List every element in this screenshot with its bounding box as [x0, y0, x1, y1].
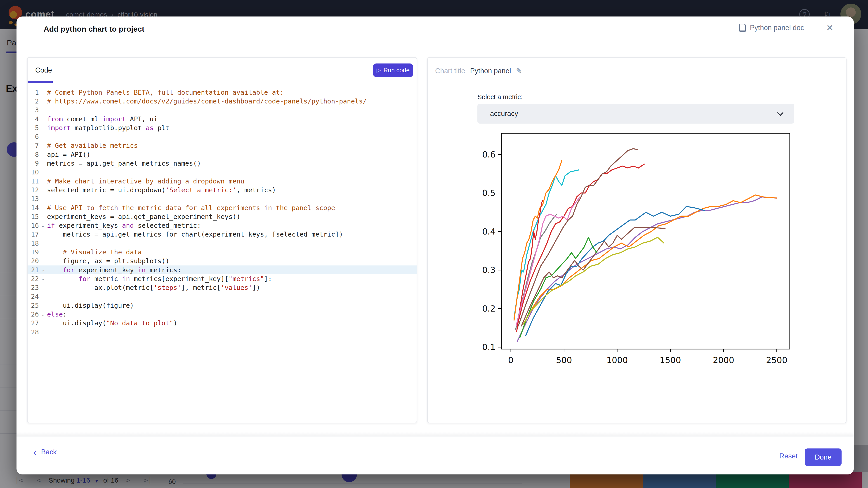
line-number: 28: [28, 328, 39, 336]
line-number: 25: [28, 302, 39, 309]
code-line[interactable]: 8api = API(): [28, 150, 416, 159]
code-line[interactable]: 7# Get available metrics: [28, 141, 416, 150]
code-line[interactable]: 16⌄if experiment_keys and selected_metri…: [28, 221, 416, 230]
code-line[interactable]: 22⌄ for metric in metrics[experiment_key…: [28, 274, 416, 283]
back-label: Back: [41, 448, 57, 456]
code-line[interactable]: 23 ax.plot(metric['steps'], metric['valu…: [28, 283, 416, 292]
code-line[interactable]: 27 ui.display("No data to plot"): [28, 319, 416, 328]
back-button[interactable]: ‹ Back: [33, 448, 57, 456]
svg-text:500: 500: [556, 355, 572, 365]
fold-chevron-icon[interactable]: ⌄: [39, 267, 47, 273]
code-line[interactable]: 4from comet_ml import API, ui: [28, 115, 416, 123]
metric-line-chart: 0.10.20.30.40.50.605001000150020002500: [482, 129, 803, 366]
code-line[interactable]: 10: [28, 168, 416, 177]
code-line[interactable]: 20 figure, ax = plt.subplots(): [28, 257, 416, 265]
svg-text:1000: 1000: [607, 355, 628, 365]
doc-link-label: Python panel doc: [750, 24, 804, 32]
chevron-left-icon: ‹: [33, 449, 37, 456]
line-number: 8: [28, 151, 39, 158]
code-line[interactable]: 1# Comet Python Panels BETA, full docume…: [28, 88, 416, 97]
chart-preview-panel: Chart title Python panel ✎ Select a metr…: [427, 57, 846, 423]
run-code-label: Run code: [383, 67, 410, 74]
done-button[interactable]: Done: [805, 449, 842, 466]
line-number: 20: [28, 257, 39, 265]
svg-text:0: 0: [508, 355, 514, 365]
close-icon[interactable]: ✕: [826, 23, 833, 33]
fold-chevron-icon[interactable]: ⌄: [39, 312, 47, 317]
svg-text:0.2: 0.2: [482, 304, 495, 314]
code-line[interactable]: 5import matplotlib.pyplot as plt: [28, 123, 416, 132]
code-line[interactable]: 19 # Visualize the data: [28, 248, 416, 256]
line-number: 23: [28, 284, 39, 291]
line-number: 27: [28, 319, 39, 327]
code-editor[interactable]: 1# Comet Python Panels BETA, full docume…: [28, 84, 416, 336]
chart-title-row: Chart title Python panel ✎: [435, 67, 522, 75]
line-number: 3: [28, 106, 39, 114]
metric-dropdown-value: accuracy: [490, 109, 518, 118]
fold-chevron-icon[interactable]: ⌄: [39, 223, 47, 228]
code-panel-header: Code ▷ Run code: [28, 58, 416, 84]
play-icon: ▷: [377, 67, 381, 73]
line-number: 1: [28, 89, 39, 96]
svg-text:0.1: 0.1: [482, 342, 495, 352]
code-line[interactable]: 21⌄ for experiment_key in metrics:: [28, 265, 416, 274]
svg-text:0.6: 0.6: [482, 150, 495, 160]
edit-pencil-icon[interactable]: ✎: [516, 67, 522, 75]
code-line[interactable]: 12selected_metric = ui.dropdown('Select …: [28, 186, 416, 194]
line-number: 18: [28, 239, 39, 247]
code-line[interactable]: 13: [28, 195, 416, 203]
code-line[interactable]: 24: [28, 292, 416, 301]
chevron-down-icon: [777, 109, 783, 116]
code-line[interactable]: 25 ui.display(figure): [28, 301, 416, 310]
chart-title-value: Python panel: [470, 67, 511, 75]
line-number: 5: [28, 124, 39, 132]
code-line[interactable]: 6: [28, 132, 416, 141]
svg-text:2500: 2500: [766, 355, 787, 365]
line-number: 14: [28, 204, 39, 212]
code-line[interactable]: 14# Use API to fetch the metric data for…: [28, 203, 416, 212]
chart-title-label: Chart title: [435, 67, 465, 75]
line-number: 9: [28, 160, 39, 167]
svg-text:0.3: 0.3: [482, 265, 495, 275]
reset-button[interactable]: Reset: [769, 448, 808, 464]
line-number: 11: [28, 177, 39, 185]
line-number: 12: [28, 186, 39, 194]
line-number: 19: [28, 248, 39, 256]
svg-text:0.4: 0.4: [482, 227, 495, 236]
line-number: 21: [28, 266, 39, 274]
line-number: 26: [28, 311, 39, 318]
code-tab-active-underline: [28, 81, 53, 83]
footer-shade: [17, 432, 854, 436]
line-number: 4: [28, 115, 39, 123]
code-line[interactable]: 18: [28, 239, 416, 248]
select-metric-label: Select a metric:: [477, 93, 523, 101]
code-line[interactable]: 17 metrics = api.get_metrics_for_chart(e…: [28, 230, 416, 239]
python-panel-doc-link[interactable]: Python panel doc: [739, 24, 804, 32]
run-code-button[interactable]: ▷ Run code: [373, 64, 413, 77]
code-line[interactable]: 2# https://www.comet.com/docs/v2/guides/…: [28, 97, 416, 105]
line-number: 6: [28, 133, 39, 140]
code-line[interactable]: 9metrics = api.get_panel_metrics_names(): [28, 159, 416, 168]
line-number: 10: [28, 168, 39, 176]
line-number: 24: [28, 293, 39, 300]
code-line[interactable]: 28: [28, 328, 416, 336]
line-number: 17: [28, 230, 39, 238]
doc-book-icon: [739, 24, 746, 32]
code-line[interactable]: 3: [28, 106, 416, 115]
fold-chevron-icon[interactable]: ⌄: [39, 276, 47, 282]
line-number: 13: [28, 195, 39, 203]
code-panel: Code ▷ Run code 1# Comet Python Panels B…: [27, 57, 417, 423]
line-number: 22: [28, 275, 39, 283]
svg-text:1500: 1500: [660, 355, 681, 365]
line-number: 16: [28, 222, 39, 229]
svg-text:2000: 2000: [713, 355, 734, 365]
add-python-chart-modal: Add python chart to project Python panel…: [17, 17, 854, 475]
code-line[interactable]: 15experiment_keys = api.get_panel_experi…: [28, 212, 416, 221]
code-line[interactable]: 26⌄else:: [28, 310, 416, 319]
metric-dropdown[interactable]: accuracy: [477, 104, 794, 124]
line-number: 2: [28, 97, 39, 105]
line-number: 7: [28, 142, 39, 149]
tab-code[interactable]: Code: [35, 66, 52, 74]
footer-divider: [17, 436, 854, 436]
code-line[interactable]: 11# Make chart interactive by adding a d…: [28, 177, 416, 186]
